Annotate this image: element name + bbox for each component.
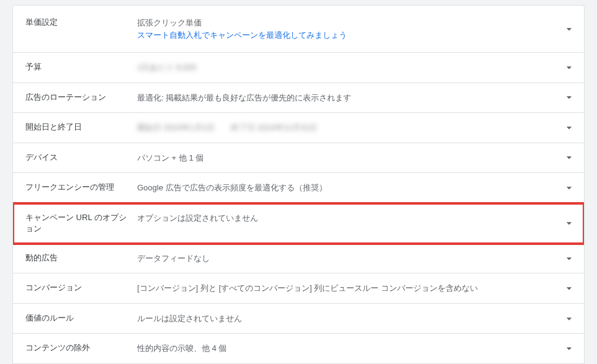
row-value: データフィードなし: [137, 252, 574, 265]
blurred-value: 1日あたり 8,000: [137, 63, 196, 72]
row-label: 開始日と終了日: [25, 122, 137, 133]
row-label: コンテンツの除外: [25, 342, 137, 353]
chevron-down-icon: [563, 91, 575, 104]
row-value: 1日あたり 8,000: [137, 61, 574, 74]
row-value: オプションは設定されていません: [137, 212, 574, 224]
row-label: フリークエンシーの管理: [25, 182, 137, 193]
row-start-end-dates[interactable]: 開始日と終了日 開始日 2024年1月1日 終了日 2024年12月31日: [13, 113, 584, 143]
row-budget[interactable]: 予算 1日あたり 8,000: [13, 53, 584, 83]
row-value: Google 広告で広告の表示頻度を最適化する（推奨）: [137, 182, 574, 194]
chevron-down-icon: [563, 252, 575, 265]
row-value: 最適化: 掲載結果が最も良好な広告が優先的に表示されます: [137, 92, 574, 104]
campaign-settings-list: 単価設定 拡張クリック単価 スマート自動入札でキャンペーンを最適化してみましょう…: [12, 5, 585, 364]
row-dynamic-ads[interactable]: 動的広告 データフィードなし: [13, 244, 584, 274]
row-frequency-management[interactable]: フリークエンシーの管理 Google 広告で広告の表示頻度を最適化する（推奨）: [13, 173, 584, 203]
chevron-down-icon: [563, 61, 575, 74]
chevron-down-icon: [563, 182, 575, 194]
row-label: デバイス: [25, 152, 137, 163]
chevron-down-icon: [563, 217, 575, 229]
chevron-down-icon: [563, 122, 575, 134]
chevron-down-icon: [563, 342, 575, 355]
row-campaign-url-options[interactable]: キャンペーン URL のオプション オプションは設定されていません: [13, 203, 584, 244]
row-value-rules[interactable]: 価値のルール ルールは設定されていません: [13, 304, 584, 334]
row-bidding[interactable]: 単価設定 拡張クリック単価 スマート自動入札でキャンペーンを最適化してみましょう: [13, 6, 584, 53]
row-ad-rotation[interactable]: 広告のローテーション 最適化: 掲載結果が最も良好な広告が優先的に表示されます: [13, 83, 584, 113]
bidding-value: 拡張クリック単価: [137, 17, 555, 29]
chevron-down-icon: [563, 23, 575, 35]
row-conversions[interactable]: コンバージョン [コンバージョン] 列と [すべてのコンバージョン] 列にビュー…: [13, 273, 584, 304]
chevron-down-icon: [563, 313, 575, 325]
row-label: キャンペーン URL のオプション: [25, 212, 137, 234]
row-label: 単価設定: [25, 17, 137, 28]
row-label: 広告のローテーション: [25, 92, 137, 103]
row-label: 価値のルール: [25, 313, 137, 324]
row-value: [コンバージョン] 列と [すべてのコンバージョン] 列にビュースルー コンバー…: [137, 282, 574, 295]
row-content-exclusions[interactable]: コンテンツの除外 性的内容の示唆、他 4 個: [13, 334, 584, 364]
smart-bidding-link[interactable]: スマート自動入札でキャンペーンを最適化してみましょう: [137, 29, 555, 42]
row-value: 性的内容の示唆、他 4 個: [137, 342, 574, 355]
row-value: 拡張クリック単価 スマート自動入札でキャンペーンを最適化してみましょう: [137, 17, 574, 41]
row-value: パソコン + 他 1 個: [137, 152, 574, 164]
blurred-value: 開始日 2024年1月1日 終了日 2024年12月31日: [137, 123, 317, 132]
row-value: 開始日 2024年1月1日 終了日 2024年12月31日: [137, 122, 574, 134]
chevron-down-icon: [563, 282, 575, 295]
row-value: ルールは設定されていません: [137, 313, 574, 325]
row-label: 予算: [25, 61, 137, 73]
row-label: コンバージョン: [25, 282, 137, 293]
row-devices[interactable]: デバイス パソコン + 他 1 個: [13, 143, 584, 174]
row-label: 動的広告: [25, 252, 137, 264]
chevron-down-icon: [563, 151, 575, 164]
